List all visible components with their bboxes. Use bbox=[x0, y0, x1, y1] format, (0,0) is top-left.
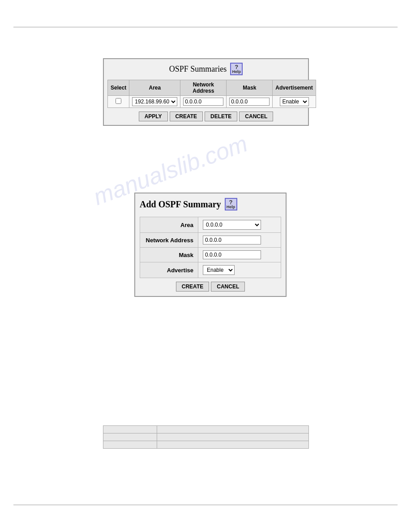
ref-col2-2 bbox=[157, 433, 309, 441]
ref-table-wrapper bbox=[103, 425, 309, 449]
add-help-icon-text: Help bbox=[227, 205, 235, 209]
ref-table bbox=[103, 425, 309, 449]
ospf-summaries-title-row: OSPF Summaries ? Help bbox=[107, 63, 304, 75]
summaries-buttons-row: APPLY CREATE DELETE CANCEL bbox=[107, 112, 304, 121]
ref-col1-2 bbox=[103, 433, 157, 441]
ref-col2-3 bbox=[157, 441, 309, 449]
mask-label: Mask bbox=[140, 248, 198, 262]
bottom-rule bbox=[13, 505, 398, 505]
ospf-summaries-panel: OSPF Summaries ? Help Select Area Networ… bbox=[103, 58, 309, 126]
add-ospf-form-table: Area 0.0.0.0 Network Address Mask bbox=[140, 217, 281, 278]
col-advertisement: Advertisement bbox=[273, 80, 316, 96]
row-area-cell: 192.168.99.60 bbox=[129, 96, 180, 108]
row-network-address-input[interactable] bbox=[183, 98, 223, 106]
row-mask-input[interactable] bbox=[229, 98, 270, 106]
create-button[interactable]: CREATE bbox=[170, 112, 203, 121]
top-rule bbox=[13, 27, 398, 27]
row-network-address-cell bbox=[180, 96, 227, 108]
form-row-mask: Mask bbox=[140, 248, 281, 262]
form-row-advertise: Advertise Enable Disable bbox=[140, 262, 281, 278]
cancel-button[interactable]: CANCEL bbox=[239, 112, 273, 121]
col-network-address: Network Address bbox=[180, 80, 227, 96]
network-address-label: Network Address bbox=[140, 233, 198, 248]
ospf-summaries-title: OSPF Summaries bbox=[169, 64, 227, 74]
summaries-table: Select Area Network Address Mask Adverti… bbox=[107, 80, 316, 108]
row-advertisement-select[interactable]: Enable Disable bbox=[280, 97, 309, 106]
add-ospf-summary-panel: Add OSPF Summary ? Help Area 0.0.0.0 Net… bbox=[134, 193, 287, 297]
network-address-input-cell bbox=[198, 233, 281, 248]
add-ospf-title: Add OSPF Summary bbox=[140, 199, 221, 210]
delete-button[interactable]: DELETE bbox=[205, 112, 237, 121]
area-label: Area bbox=[140, 217, 198, 233]
row-select-cell bbox=[108, 96, 129, 108]
ref-col1-1 bbox=[103, 426, 157, 433]
row-mask-cell bbox=[227, 96, 273, 108]
table-row: 192.168.99.60 Enable Disable bbox=[108, 96, 316, 108]
add-ospf-buttons-row: CREATE CANCEL bbox=[140, 282, 281, 292]
form-row-network-address: Network Address bbox=[140, 233, 281, 248]
area-dropdown[interactable]: 0.0.0.0 bbox=[203, 220, 261, 230]
ref-row-1 bbox=[103, 426, 309, 433]
add-create-button[interactable]: CREATE bbox=[176, 282, 209, 292]
col-select: Select bbox=[108, 80, 129, 96]
advertise-dropdown[interactable]: Enable Disable bbox=[203, 265, 235, 275]
ref-col2-1 bbox=[157, 426, 309, 433]
add-ospf-help-button[interactable]: ? Help bbox=[225, 198, 237, 210]
mask-input-cell bbox=[198, 248, 281, 262]
area-input-cell: 0.0.0.0 bbox=[198, 217, 281, 233]
add-cancel-button[interactable]: CANCEL bbox=[211, 282, 245, 292]
col-area: Area bbox=[129, 80, 180, 96]
ref-row-3 bbox=[103, 441, 309, 449]
network-address-field[interactable] bbox=[203, 236, 261, 245]
help-icon-text: Help bbox=[232, 70, 241, 74]
add-ospf-title-row: Add OSPF Summary ? Help bbox=[140, 198, 281, 210]
apply-button[interactable]: APPLY bbox=[139, 112, 168, 121]
mask-field[interactable] bbox=[203, 250, 261, 259]
row-area-select[interactable]: 192.168.99.60 bbox=[132, 97, 177, 106]
advertise-label: Advertise bbox=[140, 262, 198, 278]
ospf-summaries-help-button[interactable]: ? Help bbox=[230, 63, 243, 75]
row-checkbox[interactable] bbox=[116, 98, 121, 104]
row-advertisement-cell: Enable Disable bbox=[273, 96, 316, 108]
ref-row-2 bbox=[103, 433, 309, 441]
form-row-area: Area 0.0.0.0 bbox=[140, 217, 281, 233]
advertise-input-cell: Enable Disable bbox=[198, 262, 281, 278]
ref-col1-3 bbox=[103, 441, 157, 449]
col-mask: Mask bbox=[227, 80, 273, 96]
